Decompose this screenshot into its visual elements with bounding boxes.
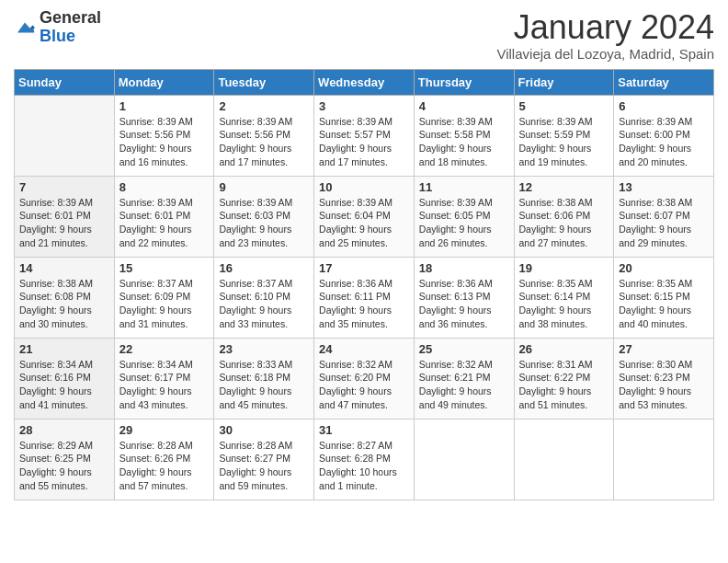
calendar-cell: 20Sunrise: 8:35 AMSunset: 6:15 PMDayligh… bbox=[614, 257, 714, 338]
cell-line: Sunrise: 8:37 AM bbox=[119, 277, 210, 291]
cell-line: Sunrise: 8:32 AM bbox=[319, 358, 409, 372]
cell-line: Sunrise: 8:36 AM bbox=[419, 277, 509, 291]
cell-line: Sunset: 5:58 PM bbox=[419, 128, 509, 142]
cell-line: Sunrise: 8:36 AM bbox=[319, 277, 409, 291]
cell-line: and 41 minutes. bbox=[19, 398, 109, 412]
day-number: 1 bbox=[119, 99, 210, 113]
cell-line: Daylight: 9 hours bbox=[19, 465, 109, 479]
cell-line: Sunrise: 8:35 AM bbox=[519, 277, 609, 291]
calendar-header: SundayMondayTuesdayWednesdayThursdayFrid… bbox=[15, 69, 714, 95]
calendar-cell: 28Sunrise: 8:29 AMSunset: 6:25 PMDayligh… bbox=[15, 419, 115, 500]
calendar-cell: 23Sunrise: 8:33 AMSunset: 6:18 PMDayligh… bbox=[214, 338, 314, 419]
cell-line: Daylight: 9 hours bbox=[419, 142, 509, 155]
day-number: 17 bbox=[319, 261, 409, 275]
cell-line: and 49 minutes. bbox=[419, 398, 509, 412]
cell-line: Daylight: 9 hours bbox=[119, 385, 210, 398]
month-title: January 2024 bbox=[496, 9, 714, 46]
cell-line: Sunrise: 8:37 AM bbox=[219, 277, 309, 291]
cell-line: Daylight: 9 hours bbox=[319, 223, 409, 236]
cell-line: and 35 minutes. bbox=[319, 317, 409, 331]
day-number: 18 bbox=[419, 261, 509, 275]
cell-line: Daylight: 9 hours bbox=[119, 142, 210, 155]
logo-general-text: General bbox=[40, 9, 101, 28]
calendar-week-row: 7Sunrise: 8:39 AMSunset: 6:01 PMDaylight… bbox=[15, 176, 714, 257]
day-number: 19 bbox=[519, 261, 609, 275]
cell-line: Sunset: 6:07 PM bbox=[619, 209, 709, 223]
cell-line: and 36 minutes. bbox=[419, 317, 509, 331]
logo-blue-text: Blue bbox=[40, 28, 101, 46]
day-number: 30 bbox=[219, 423, 309, 437]
cell-line: Daylight: 9 hours bbox=[519, 142, 609, 155]
cell-line: Sunrise: 8:39 AM bbox=[219, 115, 309, 129]
cell-line: Sunrise: 8:39 AM bbox=[519, 115, 609, 129]
calendar-cell: 2Sunrise: 8:39 AMSunset: 5:56 PMDaylight… bbox=[214, 95, 314, 176]
cell-line: and 53 minutes. bbox=[619, 398, 709, 412]
cell-line: Sunrise: 8:30 AM bbox=[619, 358, 709, 372]
cell-line: Daylight: 9 hours bbox=[319, 385, 409, 398]
cell-line: Sunset: 6:01 PM bbox=[119, 209, 210, 223]
logo: General Blue bbox=[14, 9, 101, 46]
calendar-table: SundayMondayTuesdayWednesdayThursdayFrid… bbox=[14, 69, 714, 500]
cell-line: and 33 minutes. bbox=[219, 317, 309, 331]
cell-line: and 43 minutes. bbox=[119, 398, 210, 412]
cell-line: Sunrise: 8:39 AM bbox=[319, 115, 409, 129]
calendar-cell: 25Sunrise: 8:32 AMSunset: 6:21 PMDayligh… bbox=[414, 338, 514, 419]
day-number: 21 bbox=[19, 342, 109, 356]
cell-line: Sunset: 6:18 PM bbox=[219, 371, 309, 385]
cell-line: Sunrise: 8:38 AM bbox=[19, 277, 109, 291]
calendar-cell: 6Sunrise: 8:39 AMSunset: 6:00 PMDaylight… bbox=[614, 95, 714, 176]
cell-line: Sunset: 6:03 PM bbox=[219, 209, 309, 223]
day-number: 29 bbox=[119, 423, 210, 437]
calendar-cell: 18Sunrise: 8:36 AMSunset: 6:13 PMDayligh… bbox=[414, 257, 514, 338]
day-number: 6 bbox=[619, 99, 709, 113]
cell-line: Sunrise: 8:31 AM bbox=[519, 358, 609, 372]
calendar-cell bbox=[414, 419, 514, 500]
weekday-header-monday: Monday bbox=[114, 69, 214, 95]
calendar-cell: 17Sunrise: 8:36 AMSunset: 6:11 PMDayligh… bbox=[314, 257, 415, 338]
cell-line: and 40 minutes. bbox=[619, 317, 709, 331]
cell-line: Sunrise: 8:33 AM bbox=[219, 358, 309, 372]
weekday-header-row: SundayMondayTuesdayWednesdayThursdayFrid… bbox=[15, 69, 714, 95]
day-number: 8 bbox=[119, 180, 210, 194]
cell-line: and 19 minutes. bbox=[519, 155, 609, 169]
cell-line: Sunrise: 8:29 AM bbox=[19, 439, 109, 453]
cell-line: and 17 minutes. bbox=[319, 155, 409, 169]
day-number: 10 bbox=[319, 180, 409, 194]
cell-line: Sunset: 6:14 PM bbox=[519, 290, 609, 304]
logo-icon bbox=[14, 17, 36, 39]
day-number: 24 bbox=[319, 342, 409, 356]
cell-line: Sunset: 6:11 PM bbox=[319, 290, 409, 304]
cell-line: Sunrise: 8:34 AM bbox=[119, 358, 210, 372]
location-text: Villavieja del Lozoya, Madrid, Spain bbox=[496, 46, 714, 62]
cell-line: Daylight: 9 hours bbox=[219, 304, 309, 317]
calendar-cell: 5Sunrise: 8:39 AMSunset: 5:59 PMDaylight… bbox=[514, 95, 614, 176]
cell-line: and 57 minutes. bbox=[119, 479, 210, 493]
cell-line: Daylight: 9 hours bbox=[119, 304, 210, 317]
calendar-cell: 30Sunrise: 8:28 AMSunset: 6:27 PMDayligh… bbox=[214, 419, 314, 500]
cell-line: Sunset: 6:26 PM bbox=[119, 452, 210, 465]
calendar-cell bbox=[614, 419, 714, 500]
cell-line: Daylight: 9 hours bbox=[219, 223, 309, 236]
calendar-cell: 19Sunrise: 8:35 AMSunset: 6:14 PMDayligh… bbox=[514, 257, 614, 338]
cell-line: Daylight: 9 hours bbox=[619, 304, 709, 317]
cell-line: Sunrise: 8:39 AM bbox=[219, 196, 309, 210]
page-header: General Blue January 2024 Villavieja del… bbox=[14, 9, 714, 62]
cell-line: Sunrise: 8:28 AM bbox=[119, 439, 210, 453]
cell-line: Daylight: 9 hours bbox=[19, 304, 109, 317]
cell-line: Sunset: 6:08 PM bbox=[19, 290, 109, 304]
cell-line: and 20 minutes. bbox=[619, 155, 709, 169]
calendar-cell: 27Sunrise: 8:30 AMSunset: 6:23 PMDayligh… bbox=[614, 338, 714, 419]
cell-line: and 26 minutes. bbox=[419, 236, 509, 250]
cell-line: Daylight: 9 hours bbox=[119, 465, 210, 479]
cell-line: and 45 minutes. bbox=[219, 398, 309, 412]
cell-line: Sunset: 6:21 PM bbox=[419, 371, 509, 385]
day-number: 7 bbox=[19, 180, 109, 194]
cell-line: and 47 minutes. bbox=[319, 398, 409, 412]
calendar-cell: 13Sunrise: 8:38 AMSunset: 6:07 PMDayligh… bbox=[614, 176, 714, 257]
cell-line: and 21 minutes. bbox=[19, 236, 109, 250]
cell-line: Daylight: 9 hours bbox=[519, 304, 609, 317]
cell-line: Daylight: 9 hours bbox=[419, 304, 509, 317]
cell-line: Sunset: 6:22 PM bbox=[519, 371, 609, 385]
cell-line: Sunset: 6:25 PM bbox=[19, 452, 109, 465]
weekday-header-tuesday: Tuesday bbox=[214, 69, 314, 95]
